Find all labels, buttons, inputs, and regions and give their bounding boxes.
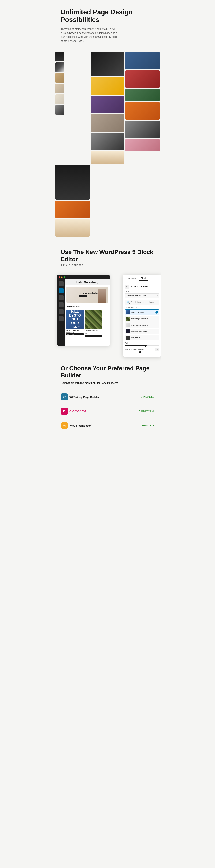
wp-hero-btn[interactable]: SHOP NOW xyxy=(79,295,87,297)
product5-thumbnail xyxy=(126,336,130,340)
gallery-item xyxy=(91,114,125,132)
product3-thumbnail xyxy=(126,323,130,327)
svg-rect-6 xyxy=(63,410,64,412)
product1-name: Script Print Hoodie xyxy=(131,311,154,313)
product1-remove-button[interactable]: × xyxy=(155,311,158,314)
nav-icon-1 xyxy=(59,281,64,286)
search-products-box[interactable]: 🔍 xyxy=(125,300,159,305)
wp-top-selling-section: Top Selling Items xyxy=(65,304,110,310)
product3-name: White Hooded Jacket Witl xyxy=(131,324,158,326)
wp-carousel-item-2: Camouflage Hooded Cotton Jac... $805.00 … xyxy=(85,310,102,337)
wp-carousel-products: KILLEYSTONOTOURLANE Script Print Hoodie … xyxy=(65,310,110,338)
product5-name: Navy Hoodie xyxy=(131,337,158,339)
carousel-svg-icon xyxy=(126,285,128,288)
nav-icon-5 xyxy=(59,309,64,314)
selected-product-1[interactable]: Script Print Hoodie × xyxy=(125,309,159,315)
wp-product2-image xyxy=(85,310,102,329)
tab-document[interactable]: Document xyxy=(125,277,138,280)
wp-product1-name: Script Print Hoodie xyxy=(66,330,84,331)
gallery-item xyxy=(56,165,90,199)
space-slider-thumb[interactable] xyxy=(139,351,141,353)
svg-rect-0 xyxy=(126,286,126,287)
svg-rect-1 xyxy=(127,286,127,288)
elementor-name: elementor xyxy=(69,409,86,413)
selected-products-list: Script Print Hoodie × Camouflage Hooded … xyxy=(125,309,159,340)
wpbakery-name: WPBakery Page Builder xyxy=(69,396,99,399)
gallery-grid xyxy=(54,49,161,240)
vc-icon: vc xyxy=(61,422,68,430)
svg-text:vc: vc xyxy=(63,425,66,427)
selected-product-4[interactable]: Navy blue coach jacket xyxy=(125,329,159,334)
wp-product2-price: $805.00 xyxy=(85,333,102,335)
gallery-item xyxy=(91,151,125,163)
wp-editor-preview: Hello Gutenberg Pre-Fall Denim Collectio… xyxy=(57,275,110,346)
wp-product1-add-to-cart[interactable]: ADD TO CART xyxy=(66,334,84,335)
wpbakery-status-label: INCLUDED xyxy=(144,396,154,398)
elementor-status-label: COMPATIBLE xyxy=(141,410,154,412)
svg-rect-9 xyxy=(64,412,65,412)
gallery-item xyxy=(125,121,159,138)
block-icon-row: Product Carousel xyxy=(125,285,159,289)
wp-content-area: Hello Gutenberg Pre-Fall Denim Collectio… xyxy=(65,279,110,346)
wp-top-selling-label: Top Selling Items xyxy=(67,305,108,307)
product-carousel-label: Product Carousel xyxy=(130,285,148,288)
source-select[interactable]: Manually pick products ▾ xyxy=(125,293,159,298)
product2-name: Camouflage Hooded Cc xyxy=(131,318,158,320)
wp-carousel-item-1: KILLEYSTONOTOURLANE Script Print Hoodie … xyxy=(66,310,84,337)
tab-block[interactable]: Block xyxy=(140,276,148,281)
gallery-col-left xyxy=(56,52,64,163)
product4-thumbnail xyxy=(126,329,130,334)
gallery-item xyxy=(125,70,159,88)
block-panel: Document Block × Product Carousel Source xyxy=(123,275,161,356)
wpbakery-icon: WP xyxy=(61,394,68,401)
space-slider-fill xyxy=(125,352,140,352)
elementor-icon xyxy=(61,408,68,414)
wpbakery-logo-svg: WP xyxy=(62,395,66,399)
columns-slider-thumb[interactable] xyxy=(145,345,147,347)
gallery-item xyxy=(91,52,125,76)
wp-product2-add-to-cart[interactable]: ADD TO CART xyxy=(85,335,102,337)
gallery-col-3 xyxy=(56,165,90,237)
columns-slider[interactable] xyxy=(125,345,159,346)
product2-thumbnail xyxy=(126,317,130,321)
nav-icon-4 xyxy=(59,302,64,307)
svg-rect-8 xyxy=(64,411,65,411)
gallery-item xyxy=(91,133,125,150)
hero-section: Unlimited Page Design Possibilities Ther… xyxy=(54,0,161,240)
gallery-item xyxy=(91,96,125,113)
panel-close-button[interactable]: × xyxy=(157,277,159,280)
wp-topbar xyxy=(57,275,110,279)
selected-product-3[interactable]: White Hooded Jacket Witl xyxy=(125,322,159,328)
hero-title: Unlimited Page Design Possibilities xyxy=(61,8,154,24)
gallery-item xyxy=(91,78,125,95)
gallery-item xyxy=(125,52,159,69)
wp-editor-body: Hello Gutenberg Pre-Fall Denim Collectio… xyxy=(57,279,110,346)
search-products-input[interactable] xyxy=(131,301,158,303)
selected-products-label: Selected Products: xyxy=(125,306,159,308)
columns-slider-fill xyxy=(125,345,146,346)
page-builder-title: Or Choose Your Preferred Page Builder xyxy=(61,365,154,379)
selected-product-5[interactable]: Navy Hoodie xyxy=(125,335,159,340)
window-close-dot xyxy=(59,276,60,278)
space-slider[interactable] xyxy=(125,352,159,352)
columns-row: Columns 3 xyxy=(125,342,159,344)
wp-product1-price-new: $55.00 xyxy=(70,332,74,333)
block-editor-section: Use The New WordPress 5 Block Editor A.K… xyxy=(54,240,161,356)
block-panel-body: Product Carousel Source: Manually pick p… xyxy=(123,282,161,356)
elementor-logo-svg xyxy=(62,409,66,413)
product4-name: Navy blue coach jacket xyxy=(131,331,158,332)
source-label: Source: xyxy=(125,291,159,293)
gallery-item xyxy=(125,139,159,151)
gallery-item xyxy=(56,105,64,115)
wp-hero-text: Pre-Fall Denim Collection SHOP NOW xyxy=(76,292,98,297)
wp-hero-banner: Pre-Fall Denim Collection SHOP NOW xyxy=(66,287,108,303)
space-value: 30 xyxy=(155,348,159,351)
wpbakery-logo: WP WPBakery Page Builder xyxy=(61,394,99,401)
wp-product2-name: Camouflage Hooded Cotton Jac... xyxy=(85,330,102,333)
svg-rect-7 xyxy=(64,410,65,411)
gallery-item xyxy=(56,62,64,72)
wp-product1-price-old: $66.00 xyxy=(66,332,70,333)
gallery-col-1 xyxy=(91,52,125,163)
gallery-item xyxy=(56,52,64,61)
selected-product-2[interactable]: Camouflage Hooded Cc xyxy=(125,316,159,321)
